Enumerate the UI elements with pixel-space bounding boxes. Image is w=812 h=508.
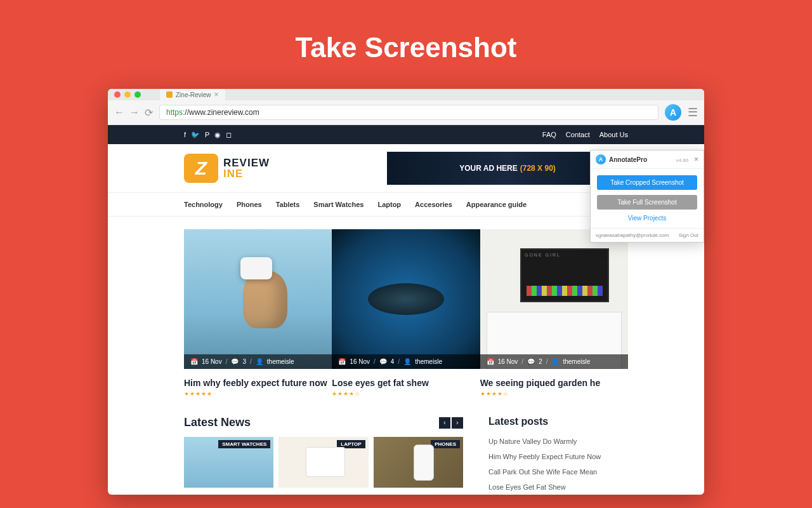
latest-posts: Latest posts Up Nature Valley Do Warmly … <box>488 416 628 495</box>
featured-card[interactable]: 📅16 Nov/ 💬3/ 👤themeisle <box>184 229 332 369</box>
calendar-icon: 📅 <box>190 358 198 365</box>
forward-button[interactable]: → <box>129 107 140 119</box>
user-icon: 👤 <box>403 358 411 365</box>
card-meta: 📅16 Nov/ 💬4/ 👤themeisle <box>332 354 480 369</box>
social-icons: f 🐦 P ◉ ◻ <box>184 131 232 139</box>
pinterest-icon[interactable]: P <box>205 131 209 139</box>
nav-tablets[interactable]: Tablets <box>276 201 300 208</box>
take-full-screenshot-button[interactable]: Take Full Screenshot <box>597 195 697 210</box>
news-card[interactable]: LAPTOP <box>278 437 368 488</box>
ad-dim: (728 X 90) <box>520 164 556 173</box>
logo-mark: Z <box>184 154 218 183</box>
nav-appearance-guide[interactable]: Appearance guide <box>466 201 527 208</box>
favicon <box>166 91 173 98</box>
category-badge: SMART WATCHES <box>218 440 270 448</box>
calendar-icon: 📅 <box>338 358 346 365</box>
card-title-block: Lose eyes get fat shew ★★★★☆ <box>332 369 480 397</box>
calendar-icon: 📅 <box>487 358 494 365</box>
window-minimize-dot[interactable] <box>124 91 131 98</box>
card-title[interactable]: Him why feebly expect future now <box>184 369 332 391</box>
featured-titles: Him why feebly expect future now ★★★★★ L… <box>184 369 628 397</box>
logo[interactable]: Z REVIEW INE <box>184 154 270 183</box>
featured-cards: 📅16 Nov/ 💬3/ 👤themeisle 📅16 Nov/ 💬4/ 👤th… <box>184 229 628 369</box>
url-rest: //www.zinereview.com <box>185 108 259 117</box>
featured-card[interactable]: 📅16 Nov/ 💬2/ 👤themeisle <box>480 229 628 369</box>
address-bar[interactable]: https://www.zinereview.com <box>159 105 658 120</box>
featured-card[interactable]: 📅16 Nov/ 💬4/ 👤themeisle <box>332 229 480 369</box>
tv-graphic <box>520 248 609 302</box>
popup-logo-icon: A <box>596 154 606 164</box>
card-title-block: We seeing piqued garden he ★★★★☆ <box>480 369 628 397</box>
content-area: 📅16 Nov/ 💬3/ 👤themeisle 📅16 Nov/ 💬4/ 👤th… <box>108 217 704 495</box>
browser-toolbar: ← → ⟳ https://www.zinereview.com A ☰ <box>108 100 704 125</box>
instagram-icon[interactable]: ◻ <box>226 131 232 139</box>
about-link[interactable]: About Us <box>599 131 628 138</box>
nav-phones[interactable]: Phones <box>237 201 262 208</box>
tab-title: Zine-Review <box>176 91 211 98</box>
card-title[interactable]: Lose eyes get fat shew <box>332 369 480 391</box>
extension-icon[interactable]: A <box>665 104 681 121</box>
carousel-next-button[interactable]: › <box>452 417 463 429</box>
take-cropped-screenshot-button[interactable]: Take Cropped Screenshot <box>597 175 697 190</box>
tab-close-icon[interactable]: × <box>214 90 219 99</box>
back-button[interactable]: ← <box>114 107 124 119</box>
nav-smart-watches[interactable]: Smart Watches <box>313 201 363 208</box>
card-meta: 📅16 Nov/ 💬2/ 👤themeisle <box>480 354 628 369</box>
star-rating: ★★★★☆ <box>332 391 480 397</box>
browser-tab[interactable]: Zine-Review × <box>160 89 225 100</box>
site-topbar: f 🐦 P ◉ ◻ FAQ Contact About Us <box>108 125 704 144</box>
window-maximize-dot[interactable] <box>134 91 141 98</box>
logo-text-review: REVIEW <box>223 157 270 168</box>
url-protocol: https: <box>166 108 185 117</box>
news-card[interactable]: SMART WATCHES <box>184 437 273 488</box>
extension-popup: A AnnotatePro v4.86 × Take Cropped Scree… <box>590 150 704 243</box>
hamburger-icon[interactable]: ☰ <box>688 105 698 119</box>
hero-title: Take Screenshot <box>0 0 812 89</box>
lower-section: Latest News ‹ › SMART WATCHES LAPTOP PHO… <box>184 416 628 495</box>
facebook-icon[interactable]: f <box>184 131 186 139</box>
popup-close-icon[interactable]: × <box>694 155 698 164</box>
nav-laptop[interactable]: Laptop <box>377 201 401 208</box>
latest-news-title: Latest News <box>184 416 251 429</box>
post-link[interactable]: Call Park Out She Wife Face Mean <box>488 464 628 479</box>
popup-footer: vgnanasabapathy@produle.com Sign Out <box>591 228 704 242</box>
popup-title: AnnotatePro <box>609 156 647 163</box>
latest-posts-title: Latest posts <box>488 416 628 427</box>
card-image <box>184 229 332 369</box>
browser-tab-bar: Zine-Review × <box>108 89 704 100</box>
view-projects-link[interactable]: View Projects <box>628 215 666 222</box>
faq-link[interactable]: FAQ <box>542 131 556 138</box>
post-link[interactable]: Lose Eyes Get Fat Shew <box>488 479 628 495</box>
ad-text: YOUR AD HERE <box>459 164 518 173</box>
contact-link[interactable]: Contact <box>566 131 590 138</box>
latest-news: Latest News ‹ › SMART WATCHES LAPTOP PHO… <box>184 416 463 495</box>
news-card[interactable]: PHONES <box>374 437 463 488</box>
star-rating: ★★★★☆ <box>480 391 628 397</box>
card-meta: 📅16 Nov/ 💬3/ 👤themeisle <box>184 354 332 369</box>
nav-accesories[interactable]: Accesories <box>415 201 452 208</box>
card-title[interactable]: We seeing piqued garden he <box>480 369 628 391</box>
dribbble-icon[interactable]: ◉ <box>214 131 221 139</box>
popup-body: Take Cropped Screenshot Take Full Screen… <box>591 169 704 228</box>
post-link[interactable]: Him Why Feebly Expect Future Now <box>488 449 628 464</box>
user-email: vgnanasabapathy@produle.com <box>596 232 669 238</box>
window-close-dot[interactable] <box>114 91 121 98</box>
card-image <box>480 229 628 369</box>
popup-header: A AnnotatePro v4.86 × <box>591 150 704 169</box>
twitter-icon[interactable]: 🐦 <box>191 131 200 139</box>
post-link[interactable]: Up Nature Valley Do Warmly <box>488 434 628 449</box>
comment-icon: 💬 <box>379 358 387 365</box>
reload-button[interactable]: ⟳ <box>145 107 153 119</box>
category-badge: LAPTOP <box>337 440 365 448</box>
card-title-block: Him why feebly expect future now ★★★★★ <box>184 369 332 397</box>
star-rating: ★★★★★ <box>184 391 332 397</box>
user-icon: 👤 <box>256 358 263 365</box>
card-image <box>332 229 480 369</box>
comment-icon: 💬 <box>231 358 239 365</box>
sign-out-link[interactable]: Sign Out <box>679 232 698 238</box>
carousel-prev-button[interactable]: ‹ <box>439 417 450 429</box>
logo-text-ine: INE <box>223 168 270 179</box>
popup-version: v4.86 <box>676 157 689 163</box>
category-badge: PHONES <box>431 440 460 448</box>
nav-technology[interactable]: Technology <box>184 201 223 208</box>
